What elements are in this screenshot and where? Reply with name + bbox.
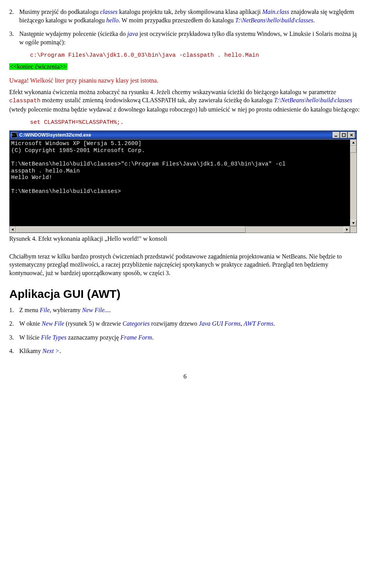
list-item: 4.Klikamy Next >. bbox=[9, 347, 361, 355]
step-body: Klikamy Next >. bbox=[19, 347, 361, 355]
code-block-java-command: c:\Program Files\Java\jdk1.6.0_03\bin\ja… bbox=[30, 52, 361, 59]
list-item: 2. Musimy przejść do podkatalogu classes… bbox=[9, 8, 361, 24]
svg-marker-7 bbox=[346, 228, 348, 231]
svg-marker-6 bbox=[12, 228, 13, 231]
cmd-app-icon: c:\ bbox=[11, 132, 17, 138]
page-number: 6 bbox=[9, 373, 361, 380]
step-number: 4. bbox=[9, 347, 19, 355]
horizontal-scrollbar[interactable] bbox=[10, 226, 357, 233]
step-number: 3. bbox=[9, 333, 19, 342]
gui-steps-list: 1.Z menu File, wybieramy New File....2.W… bbox=[9, 306, 361, 355]
step-number: 2. bbox=[9, 319, 19, 328]
maximize-button[interactable] bbox=[340, 132, 347, 138]
svg-rect-0 bbox=[335, 136, 337, 137]
close-button[interactable] bbox=[348, 132, 355, 138]
section-title: Aplikacja GUI (AWT) bbox=[9, 287, 361, 301]
exercise-steps-list: 2. Musimy przejść do podkatalogu classes… bbox=[9, 8, 361, 46]
svg-marker-4 bbox=[352, 142, 355, 144]
resize-grip[interactable] bbox=[350, 226, 357, 233]
list-item: 1.Z menu File, wybieramy New File.... bbox=[9, 306, 361, 314]
scroll-thumb[interactable] bbox=[350, 146, 357, 153]
step-body: Następnie wydajemy polecenie (ścieżka do… bbox=[19, 30, 361, 46]
exercise-end-marker: <<koniec ćwiczenia>> bbox=[9, 63, 361, 70]
cmd-output[interactable]: Microsoft Windows XP [Wersja 5.1.2600] (… bbox=[10, 140, 350, 226]
effect-paragraph: Efekt wykonania ćwiczenia można zobaczyć… bbox=[9, 88, 361, 113]
step-body: Musimy przejść do podkatalogu classes ka… bbox=[19, 8, 361, 24]
step-body: Z menu File, wybieramy New File.... bbox=[19, 306, 361, 314]
vertical-scrollbar[interactable] bbox=[350, 140, 357, 226]
svg-marker-5 bbox=[352, 222, 355, 224]
list-item: 3.W liście File Types zaznaczamy pozycję… bbox=[9, 333, 361, 342]
warning-text: Uwaga! Wielkość liter przy pisaniu nazwy… bbox=[9, 77, 361, 84]
minimize-button[interactable] bbox=[333, 132, 340, 138]
cmd-window-title: C:\WINDOWS\system32\cmd.exe bbox=[19, 132, 333, 138]
hscroll-thumb[interactable] bbox=[16, 226, 246, 233]
figure-caption: Rysunek 4. Efekt wykonania aplikacji „He… bbox=[9, 235, 361, 242]
scroll-down-button[interactable] bbox=[350, 220, 357, 226]
cmd-titlebar: c:\ C:\WINDOWS\system32\cmd.exe bbox=[10, 131, 357, 139]
step-number: 3. bbox=[9, 30, 19, 46]
scroll-right-button[interactable] bbox=[344, 226, 350, 233]
code-block-classpath: set CLASSPATH=%CLASSPATH%;. bbox=[30, 119, 361, 127]
scroll-up-button[interactable] bbox=[350, 140, 357, 146]
window-buttons bbox=[333, 132, 355, 138]
cmd-window: c:\ C:\WINDOWS\system32\cmd.exe Microsof… bbox=[9, 130, 357, 233]
list-item: 3. Następnie wydajemy polecenie (ścieżka… bbox=[9, 30, 361, 46]
list-item: 2.W oknie New File (rysunek 5) w drzewie… bbox=[9, 319, 361, 328]
step-number: 1. bbox=[9, 306, 19, 314]
step-body: W liście File Types zaznaczamy pozycję F… bbox=[19, 333, 361, 342]
step-body: W oknie New File (rysunek 5) w drzewie C… bbox=[19, 319, 361, 328]
step-number: 2. bbox=[9, 8, 19, 24]
hscroll-track[interactable] bbox=[16, 226, 344, 233]
bridge-paragraph: Chciałbym teraz w kilku bardzo prostych … bbox=[9, 252, 361, 277]
svg-rect-1 bbox=[342, 133, 345, 137]
scroll-left-button[interactable] bbox=[10, 226, 16, 233]
scroll-track[interactable] bbox=[350, 146, 357, 220]
